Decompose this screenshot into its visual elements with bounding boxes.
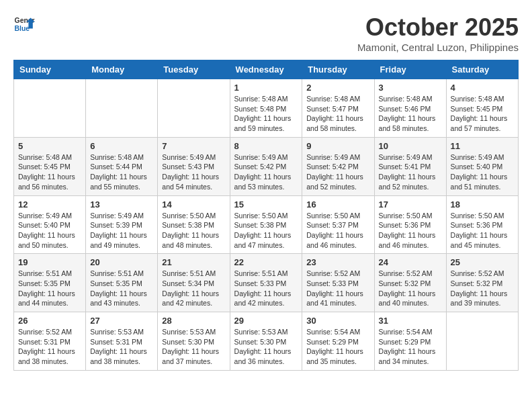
day-number: 5 [18, 141, 81, 151]
weekday-header-sunday: Sunday [14, 60, 86, 79]
calendar-cell: 27Sunrise: 5:53 AM Sunset: 5:31 PM Dayli… [86, 312, 158, 371]
calendar-cell: 3Sunrise: 5:48 AM Sunset: 5:46 PM Daylig… [374, 79, 446, 138]
calendar-cell: 30Sunrise: 5:54 AM Sunset: 5:29 PM Dayli… [302, 312, 374, 371]
day-number: 2 [306, 83, 369, 93]
day-info: Sunrise: 5:50 AM Sunset: 5:38 PM Dayligh… [162, 211, 225, 250]
weekday-header-friday: Friday [374, 60, 446, 79]
calendar-cell: 5Sunrise: 5:48 AM Sunset: 5:45 PM Daylig… [14, 137, 86, 195]
day-number: 10 [379, 141, 442, 151]
calendar-cell: 22Sunrise: 5:51 AM Sunset: 5:33 PM Dayli… [230, 254, 302, 312]
day-info: Sunrise: 5:50 AM Sunset: 5:36 PM Dayligh… [451, 211, 514, 250]
day-number: 27 [90, 316, 153, 326]
title-area: October 2025 Mamonit, Central Luzon, Phi… [357, 13, 519, 53]
calendar-cell: 21Sunrise: 5:51 AM Sunset: 5:34 PM Dayli… [158, 254, 230, 312]
day-number: 29 [234, 316, 298, 326]
day-number: 23 [306, 257, 369, 267]
day-info: Sunrise: 5:54 AM Sunset: 5:29 PM Dayligh… [379, 327, 442, 367]
day-info: Sunrise: 5:52 AM Sunset: 5:31 PM Dayligh… [18, 327, 81, 367]
calendar-cell: 14Sunrise: 5:50 AM Sunset: 5:38 PM Dayli… [158, 195, 230, 254]
calendar-cell: 7Sunrise: 5:49 AM Sunset: 5:43 PM Daylig… [158, 137, 230, 195]
day-info: Sunrise: 5:52 AM Sunset: 5:32 PM Dayligh… [379, 269, 442, 308]
calendar-cell: 19Sunrise: 5:51 AM Sunset: 5:35 PM Dayli… [14, 254, 86, 312]
day-number: 11 [451, 141, 514, 151]
day-info: Sunrise: 5:49 AM Sunset: 5:39 PM Dayligh… [90, 211, 153, 250]
day-info: Sunrise: 5:51 AM Sunset: 5:34 PM Dayligh… [162, 269, 225, 308]
day-number: 15 [234, 199, 298, 210]
day-info: Sunrise: 5:52 AM Sunset: 5:33 PM Dayligh… [306, 269, 369, 308]
calendar-cell: 4Sunrise: 5:48 AM Sunset: 5:45 PM Daylig… [446, 79, 518, 138]
day-info: Sunrise: 5:49 AM Sunset: 5:43 PM Dayligh… [162, 152, 225, 192]
calendar-cell: 18Sunrise: 5:50 AM Sunset: 5:36 PM Dayli… [446, 195, 518, 254]
day-info: Sunrise: 5:51 AM Sunset: 5:35 PM Dayligh… [18, 269, 81, 308]
weekday-header-thursday: Thursday [302, 60, 374, 79]
day-info: Sunrise: 5:49 AM Sunset: 5:40 PM Dayligh… [451, 152, 514, 192]
day-info: Sunrise: 5:49 AM Sunset: 5:42 PM Dayligh… [306, 152, 369, 192]
day-number: 18 [451, 199, 514, 210]
calendar-cell: 15Sunrise: 5:50 AM Sunset: 5:38 PM Dayli… [230, 195, 302, 254]
day-number: 16 [306, 199, 369, 210]
location-title: Mamonit, Central Luzon, Philippines [357, 42, 519, 53]
day-number: 20 [90, 257, 153, 267]
calendar-cell: 17Sunrise: 5:50 AM Sunset: 5:36 PM Dayli… [374, 195, 446, 254]
logo-icon: General Blue [13, 13, 35, 35]
calendar-cell: 25Sunrise: 5:52 AM Sunset: 5:32 PM Dayli… [446, 254, 518, 312]
calendar-cell: 11Sunrise: 5:49 AM Sunset: 5:40 PM Dayli… [446, 137, 518, 195]
day-number: 3 [379, 83, 442, 93]
calendar-cell [14, 79, 86, 138]
day-info: Sunrise: 5:48 AM Sunset: 5:48 PM Dayligh… [234, 94, 298, 134]
day-number: 21 [162, 257, 225, 267]
calendar-cell: 2Sunrise: 5:48 AM Sunset: 5:47 PM Daylig… [302, 79, 374, 138]
day-info: Sunrise: 5:53 AM Sunset: 5:30 PM Dayligh… [234, 327, 298, 367]
calendar-table: SundayMondayTuesdayWednesdayThursdayFrid… [13, 60, 519, 371]
calendar-cell [86, 79, 158, 138]
day-info: Sunrise: 5:48 AM Sunset: 5:46 PM Dayligh… [379, 94, 442, 134]
weekday-header-saturday: Saturday [446, 60, 518, 79]
calendar-cell: 1Sunrise: 5:48 AM Sunset: 5:48 PM Daylig… [230, 79, 302, 138]
calendar-cell: 26Sunrise: 5:52 AM Sunset: 5:31 PM Dayli… [14, 312, 86, 371]
calendar-cell: 13Sunrise: 5:49 AM Sunset: 5:39 PM Dayli… [86, 195, 158, 254]
calendar-week-3: 12Sunrise: 5:49 AM Sunset: 5:40 PM Dayli… [14, 195, 519, 254]
calendar-cell: 16Sunrise: 5:50 AM Sunset: 5:37 PM Dayli… [302, 195, 374, 254]
day-number: 22 [234, 257, 298, 267]
weekday-header-row: SundayMondayTuesdayWednesdayThursdayFrid… [14, 60, 519, 79]
month-title: October 2025 [357, 13, 519, 42]
day-info: Sunrise: 5:48 AM Sunset: 5:45 PM Dayligh… [451, 94, 514, 134]
calendar-week-1: 1Sunrise: 5:48 AM Sunset: 5:48 PM Daylig… [14, 79, 519, 138]
day-info: Sunrise: 5:53 AM Sunset: 5:30 PM Dayligh… [162, 327, 225, 367]
day-number: 19 [18, 257, 81, 267]
day-number: 12 [18, 199, 81, 210]
day-number: 25 [451, 257, 514, 267]
day-info: Sunrise: 5:51 AM Sunset: 5:33 PM Dayligh… [234, 269, 298, 308]
calendar-cell: 23Sunrise: 5:52 AM Sunset: 5:33 PM Dayli… [302, 254, 374, 312]
calendar-cell: 8Sunrise: 5:49 AM Sunset: 5:42 PM Daylig… [230, 137, 302, 195]
weekday-header-tuesday: Tuesday [158, 60, 230, 79]
calendar-week-4: 19Sunrise: 5:51 AM Sunset: 5:35 PM Dayli… [14, 254, 519, 312]
calendar-cell: 29Sunrise: 5:53 AM Sunset: 5:30 PM Dayli… [230, 312, 302, 371]
calendar-cell [158, 79, 230, 138]
day-number: 6 [90, 141, 153, 151]
day-info: Sunrise: 5:49 AM Sunset: 5:40 PM Dayligh… [18, 211, 81, 250]
calendar-cell: 9Sunrise: 5:49 AM Sunset: 5:42 PM Daylig… [302, 137, 374, 195]
calendar-cell: 6Sunrise: 5:48 AM Sunset: 5:44 PM Daylig… [86, 137, 158, 195]
day-info: Sunrise: 5:50 AM Sunset: 5:37 PM Dayligh… [306, 211, 369, 250]
calendar-cell: 24Sunrise: 5:52 AM Sunset: 5:32 PM Dayli… [374, 254, 446, 312]
day-number: 24 [379, 257, 442, 267]
day-info: Sunrise: 5:53 AM Sunset: 5:31 PM Dayligh… [90, 327, 153, 367]
calendar-cell [446, 312, 518, 371]
svg-text:Blue: Blue [15, 25, 30, 32]
calendar-week-5: 26Sunrise: 5:52 AM Sunset: 5:31 PM Dayli… [14, 312, 519, 371]
day-number: 4 [451, 83, 514, 93]
day-info: Sunrise: 5:48 AM Sunset: 5:47 PM Dayligh… [306, 94, 369, 134]
day-info: Sunrise: 5:48 AM Sunset: 5:44 PM Dayligh… [90, 152, 153, 192]
day-info: Sunrise: 5:52 AM Sunset: 5:32 PM Dayligh… [451, 269, 514, 308]
day-number: 30 [306, 316, 369, 326]
day-info: Sunrise: 5:49 AM Sunset: 5:42 PM Dayligh… [234, 152, 298, 192]
page-header: General Blue October 2025 Mamonit, Centr… [13, 13, 519, 53]
logo: General Blue [13, 13, 35, 35]
day-number: 7 [162, 141, 225, 151]
day-number: 26 [18, 316, 81, 326]
day-number: 31 [379, 316, 442, 326]
day-info: Sunrise: 5:51 AM Sunset: 5:35 PM Dayligh… [90, 269, 153, 308]
calendar-cell: 28Sunrise: 5:53 AM Sunset: 5:30 PM Dayli… [158, 312, 230, 371]
day-info: Sunrise: 5:54 AM Sunset: 5:29 PM Dayligh… [306, 327, 369, 367]
